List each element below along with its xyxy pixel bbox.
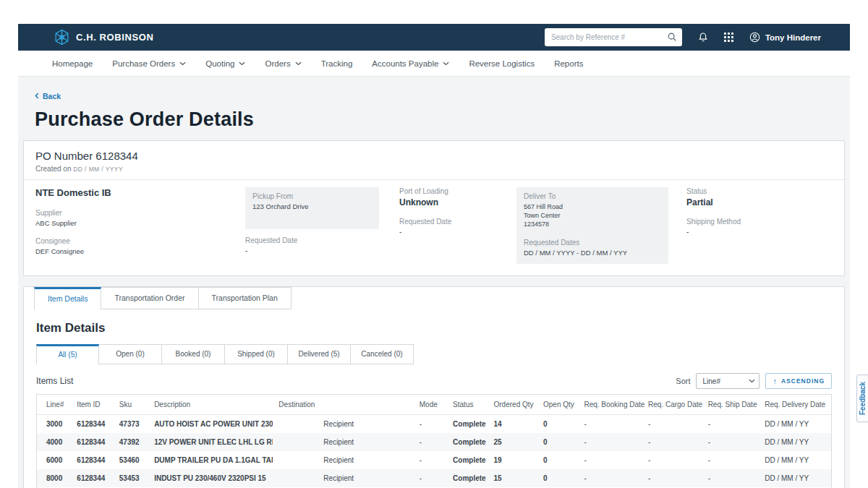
arrow-up-icon: ↑ — [773, 377, 778, 385]
cell-destination: Recipient — [273, 469, 415, 487]
nav-item-reports[interactable]: Reports — [554, 59, 583, 68]
subtab-all[interactable]: All (5) — [36, 344, 99, 364]
cell-line-number: 4000 — [37, 433, 73, 451]
cell-line-number: 8000 — [37, 469, 73, 487]
tab-transportation-plan[interactable]: Transportation Plan — [199, 287, 292, 309]
cell-req-cargo-date: - — [644, 451, 705, 469]
reference-search — [545, 28, 682, 46]
cell-req-booking-date: - — [580, 469, 644, 487]
cell-item-id: 6128344 — [73, 469, 115, 487]
cell-mode: - — [416, 469, 449, 487]
col-open-qty: Open Qty — [540, 395, 580, 415]
items-table-body: 3000 6128344 47373 AUTO HOIST AC POWER U… — [37, 415, 831, 488]
cell-line-number: 3000 — [37, 415, 73, 434]
cell-description: AUTO HOIST AC POWER UNIT 230V — [150, 415, 273, 434]
cell-req-ship-date: - — [705, 451, 762, 469]
table-row: 3000 6128344 47373 AUTO HOIST AC POWER U… — [37, 415, 831, 434]
main-tab-bar: Item Details Transportation Order Transp… — [24, 287, 844, 309]
col-req-delivery-date: Req. Delivery Date — [761, 395, 831, 415]
status-value: Partial — [686, 197, 833, 207]
sort-direction-button[interactable]: ↑ ASCENDING — [765, 373, 832, 389]
col-req-booking-date: Req. Booking Date — [580, 395, 644, 415]
requested-dates-value: DD / MM / YYYY - DD / MM / YYY — [524, 249, 661, 257]
subtab-shipped[interactable]: Shipped (0) — [225, 344, 288, 364]
cell-req-delivery-date: DD / MM / YY — [761, 451, 831, 469]
cell-description: DUMP TRAILER PU DA 1.1GAL TANK — [150, 451, 273, 469]
topbar: C.H. ROBINSON — [18, 24, 850, 51]
cell-req-ship-date: - — [705, 415, 762, 434]
subtab-delivered[interactable]: Delivered (5) — [288, 344, 351, 364]
detail-tabs-card: Item Details Transportation Order Transp… — [23, 286, 845, 488]
nav-item-reverse-logistics[interactable]: Reverse Logistics — [469, 59, 535, 68]
items-list-title: Items List — [36, 376, 73, 386]
table-row: 4000 6128344 47392 12V POWER UNIT ELEC L… — [37, 433, 831, 451]
cell-sku: 47373 — [116, 415, 150, 434]
nav-item-purchase-orders[interactable]: Purchase Orders — [112, 59, 186, 68]
feedback-button[interactable]: Feedback — [856, 374, 868, 422]
cell-destination: Recipient — [273, 433, 415, 451]
page-title: Purchase Order Details — [35, 108, 845, 131]
cell-sku: 47392 — [116, 433, 150, 451]
nav-item-accounts-payable[interactable]: Accounts Payable — [372, 59, 449, 68]
user-avatar-icon — [749, 32, 760, 43]
nav-item-homepage[interactable]: Homepage — [52, 59, 93, 68]
search-input[interactable] — [545, 28, 682, 46]
cell-line-number: 6000 — [37, 451, 73, 469]
po-col-port: Port of Loading Unknown Requested Date - — [379, 187, 516, 264]
cell-req-cargo-date: - — [644, 433, 705, 451]
table-header-row: Line# Item ID Sku Description Destinatio… — [37, 395, 831, 415]
nav-item-tracking[interactable]: Tracking — [321, 59, 353, 68]
shipping-method-label: Shipping Method — [686, 218, 833, 226]
sort-select[interactable]: Line# — [696, 373, 760, 389]
status-filter-tabs: All (5) Open (0) Booked (0) Shipped (0) … — [36, 344, 844, 364]
search-icon[interactable] — [667, 32, 677, 45]
deliver-to-block: Deliver To 567 Hill Road Town Center 123… — [516, 187, 668, 264]
col-mode: Mode — [416, 395, 449, 415]
subtab-open[interactable]: Open (0) — [99, 344, 162, 364]
back-link[interactable]: Back — [35, 92, 61, 100]
cell-req-delivery-date: DD / MM / YY — [761, 469, 831, 487]
port-requested-date-value: - — [399, 228, 516, 236]
nav-item-quoting[interactable]: Quoting — [205, 59, 245, 68]
cell-req-delivery-date: DD / MM / YY — [761, 433, 831, 451]
cell-req-cargo-date: - — [644, 415, 705, 434]
consignee-label: Consignee — [35, 237, 245, 245]
cell-ordered-qty: 14 — [490, 415, 540, 434]
cell-mode: - — [416, 415, 449, 434]
chevron-down-icon — [295, 61, 302, 66]
po-number: PO Number 6128344 — [35, 150, 833, 162]
supplier-value: ABC Supplier — [35, 219, 245, 227]
col-line-number: Line# — [37, 395, 73, 415]
port-of-loading-value: Unknown — [399, 197, 516, 207]
cell-sku: 53453 — [116, 469, 150, 487]
sort-label: Sort — [676, 377, 690, 385]
cell-item-id: 6128344 — [73, 433, 115, 451]
cell-mode: - — [416, 451, 449, 469]
items-list-toolbar: Items List Sort Line# ↑ ASCENDING — [36, 373, 832, 389]
table-row: 8000 6128344 53453 INDUST PU 230/460V 23… — [37, 469, 831, 487]
po-details-grid: NTE Domestic IB Supplier ABC Supplier Co… — [24, 180, 844, 275]
notifications-bell-icon[interactable] — [698, 32, 708, 43]
col-status: Status — [449, 395, 490, 415]
chevron-left-icon — [35, 93, 39, 99]
cell-item-id: 6128344 — [73, 451, 115, 469]
subtab-booked[interactable]: Booked (0) — [162, 344, 225, 364]
subtab-canceled[interactable]: Canceled (0) — [351, 344, 414, 364]
po-col-parties: NTE Domestic IB Supplier ABC Supplier Co… — [35, 187, 245, 264]
apps-grid-icon[interactable] — [724, 33, 733, 42]
cell-status: Complete — [449, 433, 490, 451]
port-of-loading-label: Port of Loading — [399, 187, 516, 195]
nav-item-orders[interactable]: Orders — [265, 59, 301, 68]
brand-logo[interactable]: C.H. ROBINSON — [54, 29, 153, 46]
col-req-ship-date: Req. Ship Date — [705, 395, 762, 415]
tab-item-details[interactable]: Item Details — [34, 287, 101, 309]
items-list-section: Items List Sort Line# ↑ ASCENDING — [36, 373, 832, 488]
cell-req-ship-date: - — [705, 469, 762, 487]
cell-destination: Recipient — [273, 415, 415, 434]
cell-req-booking-date: - — [580, 415, 644, 434]
cell-req-delivery-date: DD / MM / YY — [761, 415, 831, 434]
col-destination: Destination — [273, 395, 415, 415]
tab-transportation-order[interactable]: Transportation Order — [101, 287, 198, 309]
cell-description: INDUST PU 230/460V 2320PSI 15 — [150, 469, 273, 487]
user-menu[interactable]: Tony Hinderer — [749, 32, 821, 43]
